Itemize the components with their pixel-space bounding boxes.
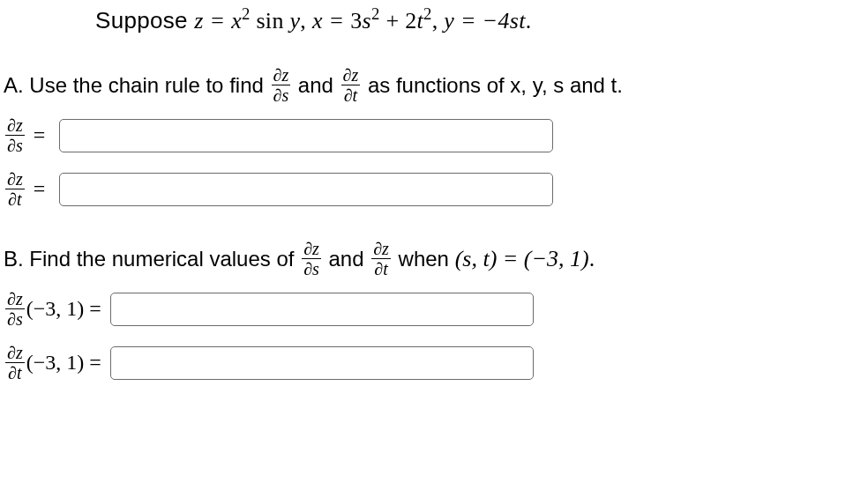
- x-equals: x =: [312, 8, 350, 33]
- dzds-num-b: ∂z: [302, 240, 321, 259]
- comma1: ,: [300, 8, 312, 33]
- dzds-den: ∂s: [273, 85, 289, 104]
- dzdt-input[interactable]: [59, 173, 553, 206]
- suppose-text: Suppose: [95, 7, 194, 33]
- dzds-point-input[interactable]: [110, 293, 534, 326]
- period2: .: [589, 246, 595, 272]
- point-value: (s, t) = (−3, 1): [455, 246, 589, 272]
- dzds-point-label: ∂z ∂s (−3, 1) =: [4, 290, 101, 328]
- exp-2b: 2: [371, 4, 380, 23]
- dzdt-label-num: ∂z: [5, 170, 25, 189]
- dzdt-num-b: ∂z: [371, 240, 391, 259]
- dzds-label: ∂z ∂s =: [4, 116, 50, 154]
- dzds-input-row: ∂z ∂s =: [4, 116, 868, 154]
- coef3: 3: [350, 8, 362, 33]
- problem-statement: Suppose z = x2 sin y, x = 3s2 + 2t2, y =…: [95, 7, 868, 34]
- dzds-point-row: ∂z ∂s (−3, 1) =: [4, 290, 868, 328]
- dzdt-label: ∂z ∂t =: [4, 170, 50, 208]
- y-var: y: [289, 8, 300, 33]
- dzdt-num: ∂z: [341, 66, 361, 85]
- dzdt-point-input[interactable]: [110, 346, 534, 380]
- dzds-den-b: ∂s: [303, 259, 319, 278]
- dzds-num: ∂z: [272, 66, 291, 85]
- dzds-point-den: ∂s: [7, 309, 23, 328]
- y-equals: y = −4st: [444, 8, 525, 33]
- and-text-b: and: [323, 247, 370, 271]
- part-b-prompt: B. Find the numerical values of ∂z ∂s an…: [4, 240, 868, 278]
- and-text-a: and: [292, 73, 339, 98]
- dzdt-point-den: ∂t: [8, 363, 21, 382]
- dzdt-label-frac: ∂z ∂t: [5, 170, 25, 208]
- plus2: + 2: [380, 8, 417, 33]
- dzds-label-frac: ∂z ∂s: [5, 116, 25, 154]
- eq-sign-1: =: [34, 123, 46, 147]
- part-a-prompt: A. Use the chain rule to find ∂z ∂s and …: [4, 66, 868, 104]
- dzdt-input-row: ∂z ∂t =: [4, 170, 868, 208]
- dzdt-point-frac: ∂z ∂t: [5, 344, 25, 382]
- x-var: x: [231, 8, 242, 33]
- sin-text: sin: [251, 8, 290, 33]
- period1: .: [526, 8, 532, 33]
- exp-2c: 2: [423, 4, 432, 23]
- dzdt-den: ∂t: [344, 85, 357, 104]
- t-var: t: [417, 8, 424, 33]
- dzds-point-num: ∂z: [5, 290, 25, 309]
- dzdt-point-row: ∂z ∂t (−3, 1) =: [4, 344, 868, 382]
- dzdt-fraction-b: ∂z ∂t: [371, 240, 391, 278]
- dzdt-label-den: ∂t: [8, 189, 21, 208]
- comma2: ,: [432, 8, 445, 33]
- eq-sign-2: =: [34, 177, 46, 201]
- dzdt-den-b: ∂t: [374, 259, 387, 278]
- dzds-point-coords: (−3, 1) =: [26, 297, 101, 321]
- exp-2a: 2: [242, 4, 251, 23]
- dzds-fraction: ∂z ∂s: [272, 66, 291, 104]
- part-a-tail: as functions of x, y, s and t.: [362, 73, 623, 98]
- when-text: when: [393, 247, 455, 271]
- dzds-input[interactable]: [59, 119, 553, 152]
- dzds-label-den: ∂s: [7, 136, 23, 154]
- s-var: s: [363, 8, 371, 33]
- dzds-point-frac: ∂z ∂s: [5, 290, 25, 328]
- dzdt-fraction: ∂z ∂t: [341, 66, 361, 104]
- dzds-fraction-b: ∂z ∂s: [302, 240, 321, 278]
- part-a-lead: A. Use the chain rule to find: [4, 73, 270, 98]
- dzds-label-num: ∂z: [5, 116, 25, 136]
- z-equals: z =: [194, 8, 231, 33]
- dzdt-point-num: ∂z: [5, 344, 25, 363]
- dzdt-point-coords: (−3, 1) =: [26, 351, 101, 375]
- part-b-lead: B. Find the numerical values of: [4, 247, 300, 271]
- dzdt-point-label: ∂z ∂t (−3, 1) =: [4, 344, 101, 382]
